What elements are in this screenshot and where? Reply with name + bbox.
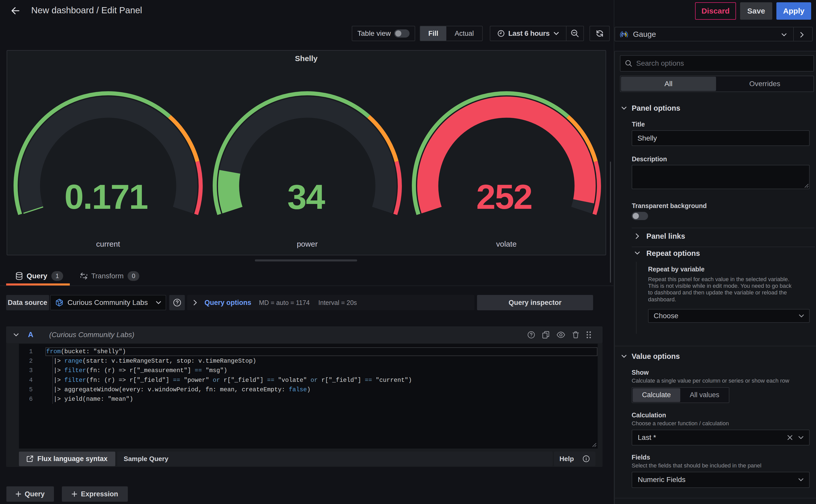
- svg-text:79: 79: [622, 32, 626, 36]
